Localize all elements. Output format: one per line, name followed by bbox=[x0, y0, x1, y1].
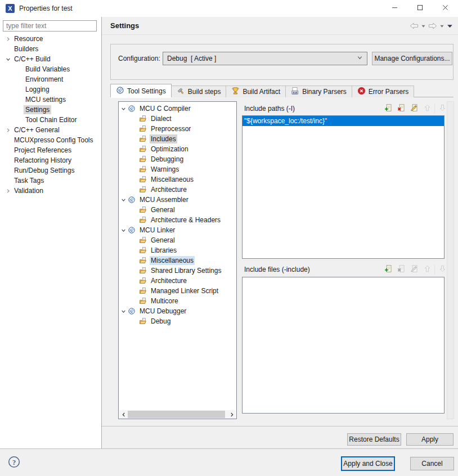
include-files-list[interactable] bbox=[242, 277, 444, 414]
tool-tree-item-label: Dialect bbox=[150, 114, 173, 123]
tool-tree-item-label: MCU Linker bbox=[138, 226, 176, 235]
minimize-button[interactable] bbox=[382, 0, 407, 17]
tool-tree-item-includes[interactable]: Includes bbox=[119, 134, 236, 144]
sidebar-item-run-debug-settings[interactable]: Run/Debug Settings bbox=[0, 165, 101, 176]
configuration-value: Debug [ Active ] bbox=[167, 55, 357, 62]
chevron-down-icon[interactable] bbox=[119, 307, 127, 316]
tool-tree-item-mcu-debugger[interactable]: MCU Debugger bbox=[119, 306, 236, 316]
tab-tool-settings[interactable]: Tool Settings bbox=[110, 84, 172, 97]
sidebar-item-environment[interactable]: Environment bbox=[0, 74, 101, 84]
sidebar-item-build-variables[interactable]: Build Variables bbox=[0, 64, 101, 74]
sidebar-item-project-references[interactable]: Project References bbox=[0, 145, 101, 155]
tool-tree-item-dialect[interactable]: Dialect bbox=[119, 114, 236, 124]
chevron-right-icon[interactable] bbox=[3, 34, 12, 43]
tool-tree-item-libraries[interactable]: Libraries bbox=[119, 245, 236, 255]
cancel-button[interactable]: Cancel bbox=[410, 457, 454, 470]
tab-binary-parsers[interactable]: 010Binary Parsers bbox=[285, 86, 352, 97]
sidebar-item-label: Logging bbox=[24, 85, 51, 94]
chevron-down-icon[interactable] bbox=[119, 226, 127, 235]
restore-defaults-button[interactable]: Restore Defaults bbox=[347, 433, 401, 446]
help-button[interactable]: ? bbox=[7, 456, 21, 469]
tool-tree-item-mcu-linker[interactable]: MCU Linker bbox=[119, 225, 236, 235]
preferences-nav-panel: ResourceBuildersC/C++ BuildBuild Variabl… bbox=[0, 17, 102, 448]
tool-tree-item-general[interactable]: General bbox=[119, 235, 236, 245]
tool-tree-item-optimization[interactable]: Optimization bbox=[119, 144, 236, 154]
add-button[interactable] bbox=[383, 104, 394, 114]
tool-tree-item-mcu-assembler[interactable]: MCU Assembler bbox=[119, 195, 236, 205]
tab-error-parsers[interactable]: Error Parsers bbox=[352, 86, 414, 97]
sidebar-item-settings[interactable]: Settings bbox=[0, 105, 101, 115]
scroll-right-icon[interactable] bbox=[227, 410, 236, 419]
manage-configurations-button[interactable]: Manage Configurations... bbox=[372, 52, 452, 65]
configuration-select[interactable]: Debug [ Active ] bbox=[163, 52, 367, 65]
tab-build-steps[interactable]: Build steps bbox=[171, 86, 227, 97]
folder-icon bbox=[138, 215, 147, 224]
tool-tree-item-architecture[interactable]: Architecture bbox=[119, 185, 236, 195]
tool-tree-item-debugging[interactable]: Debugging bbox=[119, 154, 236, 164]
forward-menu-caret-icon[interactable] bbox=[439, 21, 444, 31]
tool-tree-item-miscellaneous[interactable]: Miscellaneous bbox=[119, 255, 236, 266]
tool-icon bbox=[127, 226, 136, 235]
move-up-icon bbox=[423, 264, 432, 275]
move-down-icon bbox=[438, 104, 447, 114]
delete-icon bbox=[397, 104, 406, 114]
sidebar-item-label: Environment bbox=[24, 75, 65, 84]
chevron-down-icon[interactable] bbox=[119, 104, 127, 113]
horizontal-scrollbar[interactable] bbox=[119, 410, 236, 419]
tool-tree-item-warnings[interactable]: Warnings bbox=[119, 164, 236, 174]
expander-spacer bbox=[15, 95, 24, 104]
sidebar-item-tool-chain-editor[interactable]: Tool Chain Editor bbox=[0, 115, 101, 125]
vertical-scrollbar-track[interactable] bbox=[447, 101, 454, 419]
tool-tree-item-architecture-headers[interactable]: Architecture & Headers bbox=[119, 215, 236, 225]
sidebar-item-task-tags[interactable]: Task Tags bbox=[0, 176, 101, 186]
chevron-down-icon[interactable] bbox=[119, 195, 127, 204]
tool-tree-item-debug[interactable]: Debug bbox=[119, 316, 236, 326]
back-menu-caret-icon[interactable] bbox=[421, 21, 426, 31]
tool-tree-item-managed-linker-script[interactable]: Managed Linker Script bbox=[119, 286, 236, 296]
add-button[interactable] bbox=[383, 264, 394, 275]
view-menu-button[interactable] bbox=[446, 21, 453, 31]
tab-bar: Tool SettingsBuild stepsBuild Artifact01… bbox=[110, 84, 414, 97]
apply-and-close-button[interactable]: Apply and Close bbox=[341, 456, 395, 471]
folder-icon bbox=[138, 236, 147, 245]
tab-label: Tool Settings bbox=[127, 87, 166, 95]
sidebar-item-mcuxpresso-config-tools[interactable]: MCUXpresso Config Tools bbox=[0, 135, 101, 145]
apply-button[interactable]: Apply bbox=[406, 433, 453, 446]
tool-tree-item-general[interactable]: General bbox=[119, 205, 236, 215]
tool-tree-item-preprocessor[interactable]: Preprocessor bbox=[119, 124, 236, 134]
forward-button[interactable] bbox=[428, 21, 438, 31]
tool-tree-item-architecture[interactable]: Architecture bbox=[119, 276, 236, 286]
close-icon bbox=[442, 5, 448, 12]
tool-tree-item-mcu-c-compiler[interactable]: MCU C Compiler bbox=[119, 104, 236, 114]
sidebar-item-c-c-build[interactable]: C/C++ Build bbox=[0, 54, 101, 64]
expander-spacer bbox=[3, 136, 12, 145]
tool-tree-item-label: Libraries bbox=[150, 246, 178, 255]
maximize-button[interactable] bbox=[407, 0, 433, 17]
include-paths-list[interactable]: "${workspace_loc:/test/inc}" bbox=[242, 115, 444, 259]
edit-button bbox=[409, 264, 420, 275]
sidebar-item-label: Task Tags bbox=[12, 176, 46, 185]
tool-tree-item-multicore[interactable]: Multicore bbox=[119, 296, 236, 306]
chevron-right-icon[interactable] bbox=[3, 186, 12, 195]
edit-button[interactable] bbox=[409, 104, 420, 114]
include-path-entry[interactable]: "${workspace_loc:/test/inc}" bbox=[243, 116, 444, 126]
tool-tree-item-miscellaneous[interactable]: Miscellaneous bbox=[119, 174, 236, 185]
scroll-left-icon[interactable] bbox=[119, 410, 128, 419]
tab-build-artifact[interactable]: Build Artifact bbox=[226, 86, 286, 97]
chevron-down-icon[interactable] bbox=[3, 55, 12, 64]
back-button[interactable] bbox=[409, 21, 419, 31]
sidebar-item-resource[interactable]: Resource bbox=[0, 34, 101, 44]
sidebar-item-logging[interactable]: Logging bbox=[0, 84, 101, 95]
sidebar-item-builders[interactable]: Builders bbox=[0, 44, 101, 54]
close-button[interactable] bbox=[433, 0, 458, 17]
scrollbar-thumb[interactable] bbox=[128, 411, 225, 418]
delete-icon bbox=[397, 264, 406, 275]
chevron-right-icon[interactable] bbox=[3, 125, 12, 134]
tool-tree-item-shared-library-settings[interactable]: Shared Library Settings bbox=[119, 266, 236, 276]
delete-button[interactable] bbox=[396, 104, 407, 114]
filter-input[interactable] bbox=[3, 20, 97, 32]
sidebar-item-c-c-general[interactable]: C/C++ General bbox=[0, 125, 101, 135]
sidebar-item-validation[interactable]: Validation bbox=[0, 186, 101, 196]
sidebar-item-mcu-settings[interactable]: MCU settings bbox=[0, 95, 101, 105]
sidebar-item-refactoring-history[interactable]: Refactoring History bbox=[0, 155, 101, 165]
